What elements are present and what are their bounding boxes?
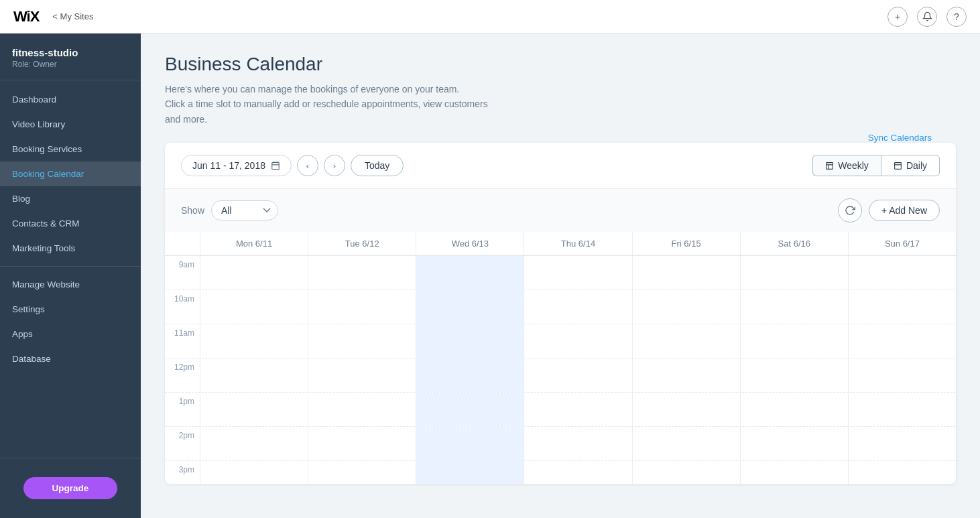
sidebar-item-settings[interactable]: Settings — [0, 297, 141, 322]
my-sites-link[interactable]: < My Sites — [52, 11, 93, 21]
cal-cell[interactable] — [524, 427, 631, 460]
sidebar-item-marketing-tools[interactable]: Marketing Tools — [0, 236, 141, 261]
cal-cell[interactable] — [524, 324, 631, 358]
cal-cell[interactable] — [740, 393, 848, 426]
cal-time-row: 1pm — [165, 393, 956, 427]
cal-time-label: 2pm — [165, 427, 200, 440]
cal-cell[interactable] — [848, 427, 956, 460]
sidebar-item-contacts-crm[interactable]: Contacts & CRM — [0, 211, 141, 236]
sidebar-section-divider — [0, 266, 141, 267]
sync-calendars-link[interactable]: Sync Calendars — [868, 133, 932, 143]
cal-cell[interactable] — [308, 290, 416, 324]
cal-cell[interactable] — [308, 359, 416, 392]
cal-cell[interactable] — [200, 290, 308, 324]
cal-cell[interactable] — [200, 393, 308, 426]
cal-time-row: 12pm — [165, 359, 956, 393]
cal-cell[interactable] — [524, 359, 631, 392]
cal-cell[interactable] — [740, 461, 848, 484]
cal-cell[interactable] — [416, 256, 524, 289]
sidebar-item-video-library[interactable]: Video Library — [0, 112, 141, 137]
show-select[interactable]: All Staff Services — [211, 200, 278, 220]
cal-time-header — [165, 232, 200, 255]
weekly-view-button[interactable]: Weekly — [812, 155, 881, 176]
refresh-button[interactable] — [838, 198, 862, 222]
cal-cell[interactable] — [848, 461, 956, 484]
cal-cell[interactable] — [848, 324, 956, 358]
cal-body-wrapper[interactable]: 9am10am11am12pm1pm2pm3pm — [165, 256, 956, 484]
cal-cell[interactable] — [632, 256, 740, 289]
cal-cell[interactable] — [740, 324, 848, 358]
add-button[interactable]: + — [887, 7, 908, 27]
cal-cell[interactable] — [200, 461, 308, 484]
cal-cell[interactable] — [200, 427, 308, 460]
cal-cell[interactable] — [200, 324, 308, 358]
cal-cell[interactable] — [848, 359, 956, 392]
cal-cell[interactable] — [524, 290, 631, 324]
cal-cell[interactable] — [416, 359, 524, 392]
cal-day-header: Mon 6/11 — [200, 232, 308, 255]
sidebar-item-dashboard[interactable]: Dashboard — [0, 87, 141, 112]
cal-cell[interactable] — [740, 290, 848, 324]
prev-week-button[interactable]: ‹ — [297, 155, 318, 176]
controls-row: Jun 11 - 17, 2018 ‹ › Today Weekly Daily — [165, 143, 956, 189]
cal-cell[interactable] — [524, 461, 631, 484]
cal-time-row: 11am — [165, 324, 956, 359]
cal-day-header: Sun 6/17 — [848, 232, 956, 255]
cal-cell[interactable] — [308, 461, 416, 484]
cal-cell[interactable] — [740, 359, 848, 392]
notifications-button[interactable] — [917, 7, 937, 27]
sidebar-item-manage-website[interactable]: Manage Website — [0, 272, 141, 297]
cal-cell[interactable] — [416, 393, 524, 426]
cal-cell[interactable] — [740, 256, 848, 289]
sidebar-item-booking-services[interactable]: Booking Services — [0, 137, 141, 161]
filter-row: Show All Staff Services + Add New — [165, 189, 956, 232]
cal-cell[interactable] — [632, 324, 740, 358]
sidebar-item-booking-calendar[interactable]: Booking Calendar — [0, 161, 141, 186]
cal-day-header: Tue 6/12 — [308, 232, 416, 255]
cal-cell[interactable] — [524, 256, 631, 289]
cal-cell[interactable] — [200, 256, 308, 289]
sidebar-item-blog[interactable]: Blog — [0, 186, 141, 211]
help-button[interactable]: ? — [946, 7, 967, 27]
cal-cell[interactable] — [848, 256, 956, 289]
cal-cell[interactable] — [200, 359, 308, 392]
sidebar-divider — [0, 458, 141, 458]
wix-logo: WiX — [13, 8, 39, 25]
cal-cell[interactable] — [524, 393, 631, 426]
daily-view-button[interactable]: Daily — [881, 155, 940, 176]
upgrade-button[interactable]: Upgrade — [23, 477, 117, 499]
cal-cell[interactable] — [848, 393, 956, 426]
cal-cell[interactable] — [632, 393, 740, 426]
cal-cell[interactable] — [308, 324, 416, 358]
next-week-button[interactable]: › — [324, 155, 345, 176]
cal-cell[interactable] — [416, 324, 524, 358]
sidebar-nav: DashboardVideo LibraryBooking ServicesBo… — [0, 80, 141, 452]
cal-cell[interactable] — [308, 256, 416, 289]
sidebar-site-name: fitness-studio — [12, 47, 129, 58]
cal-cell[interactable] — [632, 427, 740, 460]
date-display[interactable]: Jun 11 - 17, 2018 — [181, 155, 292, 176]
cal-time-label: 11am — [165, 324, 200, 338]
cal-cell[interactable] — [308, 393, 416, 426]
today-button[interactable]: Today — [351, 155, 404, 176]
cal-cell[interactable] — [740, 427, 848, 460]
date-nav: Jun 11 - 17, 2018 ‹ › Today — [181, 155, 404, 176]
sidebar-item-database[interactable]: Database — [0, 346, 141, 371]
sidebar: fitness-studio Role: Owner DashboardVide… — [0, 34, 141, 518]
cal-cell[interactable] — [632, 359, 740, 392]
cal-time-row: 10am — [165, 290, 956, 324]
view-buttons: Weekly Daily — [812, 155, 940, 176]
cal-cell[interactable] — [416, 427, 524, 460]
cal-cell[interactable] — [632, 461, 740, 484]
cal-cell[interactable] — [416, 290, 524, 324]
add-new-button[interactable]: + Add New — [869, 200, 940, 221]
cal-cell[interactable] — [848, 290, 956, 324]
cal-cell[interactable] — [308, 427, 416, 460]
cal-day-header: Fri 6/15 — [632, 232, 740, 255]
cal-cell[interactable] — [632, 290, 740, 324]
sidebar-item-apps[interactable]: Apps — [0, 322, 141, 346]
page-description: Here's where you can manage the bookings… — [165, 82, 634, 127]
show-filter: Show All Staff Services — [181, 200, 278, 220]
cal-cell[interactable] — [416, 461, 524, 484]
cal-time-row: 9am — [165, 256, 956, 290]
